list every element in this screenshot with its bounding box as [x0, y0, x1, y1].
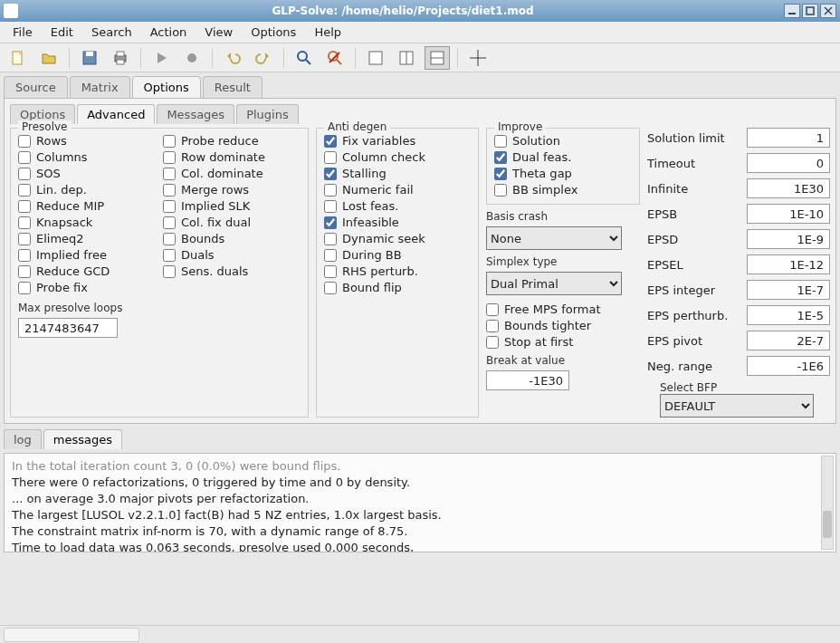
numeric-input-eps-integer[interactable]	[747, 280, 830, 300]
select-bfp-select[interactable]: DEFAULT	[660, 394, 814, 417]
numeric-input-epsd[interactable]	[747, 229, 830, 249]
bottom-tab-messages[interactable]: messages	[43, 429, 122, 449]
run-icon[interactable]	[148, 46, 174, 70]
presolve-col-dominate[interactable]: Col. dominate	[163, 167, 301, 180]
presolve-col-dominate-checkbox[interactable]	[163, 168, 176, 180]
menu-search[interactable]: Search	[84, 24, 139, 41]
numeric-input-epsel[interactable]	[747, 254, 830, 274]
improve-solution-checkbox[interactable]	[494, 135, 507, 148]
open-file-icon[interactable]	[36, 46, 62, 70]
zoom-reset-icon[interactable]	[322, 46, 348, 70]
crosshair-icon[interactable]	[465, 46, 491, 70]
improve-bb-simplex[interactable]: BB simplex	[494, 183, 632, 197]
layout-split-v-icon[interactable]	[394, 46, 419, 70]
antidegen-infeasible[interactable]: Infeasible	[324, 216, 471, 229]
menu-file[interactable]: File	[5, 24, 40, 41]
presolve-columns-checkbox[interactable]	[18, 151, 31, 164]
zoom-in-icon[interactable]	[291, 46, 317, 70]
antidegen-rhs-perturb--checkbox[interactable]	[324, 265, 337, 278]
undo-icon[interactable]	[220, 46, 245, 70]
misc-free-mps-format-checkbox[interactable]	[486, 303, 499, 316]
presolve-col-fix-dual[interactable]: Col. fix dual	[163, 216, 301, 229]
presolve-elimeq2[interactable]: Elimeq2	[18, 232, 156, 245]
misc-free-mps-format[interactable]: Free MPS format	[486, 302, 640, 316]
subtab-plugins[interactable]: Plugins	[236, 104, 299, 124]
layout-single-icon[interactable]	[363, 46, 388, 70]
improve-dual-feas-[interactable]: Dual feas.	[494, 150, 632, 164]
tab-source[interactable]: Source	[4, 76, 68, 98]
presolve-lin-dep-[interactable]: Lin. dep.	[18, 183, 156, 197]
maximize-button[interactable]	[802, 4, 818, 18]
presolve-sens-duals[interactable]: Sens. duals	[163, 264, 301, 278]
antidegen-dynamic-seek[interactable]: Dynamic seek	[324, 232, 471, 245]
presolve-probe-fix[interactable]: Probe fix	[18, 281, 156, 294]
numeric-input-solution-limit[interactable]	[747, 128, 830, 148]
antidegen-stalling[interactable]: Stalling	[324, 167, 471, 180]
improve-solution[interactable]: Solution	[494, 134, 632, 148]
improve-dual-feas--checkbox[interactable]	[494, 151, 507, 164]
presolve-probe-reduce-checkbox[interactable]	[163, 135, 176, 148]
antidegen-bound-flip[interactable]: Bound flip	[324, 281, 471, 294]
presolve-sos[interactable]: SOS	[18, 167, 156, 180]
basis-crash-select[interactable]: None	[486, 226, 622, 250]
presolve-reduce-gcd[interactable]: Reduce GCD	[18, 264, 156, 278]
improve-theta-gap-checkbox[interactable]	[494, 168, 507, 180]
antidegen-lost-feas--checkbox[interactable]	[324, 200, 337, 213]
misc-stop-at-first-checkbox[interactable]	[486, 336, 499, 349]
presolve-knapsack-checkbox[interactable]	[18, 216, 31, 229]
presolve-probe-reduce[interactable]: Probe reduce	[163, 134, 301, 148]
presolve-row-dominate[interactable]: Row dominate	[163, 150, 301, 164]
presolve-sos-checkbox[interactable]	[18, 168, 31, 180]
presolve-duals[interactable]: Duals	[163, 248, 301, 262]
presolve-duals-checkbox[interactable]	[163, 249, 176, 262]
bottom-tab-log[interactable]: log	[4, 429, 42, 449]
menu-edit[interactable]: Edit	[43, 24, 81, 41]
save-icon[interactable]	[77, 46, 102, 70]
antidegen-during-bb-checkbox[interactable]	[324, 249, 337, 262]
presolve-knapsack[interactable]: Knapsack	[18, 216, 156, 229]
subtab-messages[interactable]: Messages	[157, 104, 234, 124]
presolve-implied-free-checkbox[interactable]	[18, 249, 31, 262]
scrollbar-thumb[interactable]	[823, 511, 832, 538]
presolve-implied-slk-checkbox[interactable]	[163, 200, 176, 213]
menu-action[interactable]: Action	[143, 24, 195, 41]
stop-icon[interactable]	[179, 46, 205, 70]
antidegen-lost-feas-[interactable]: Lost feas.	[324, 199, 471, 213]
new-file-icon[interactable]	[5, 46, 31, 70]
messages-scrollbar[interactable]	[821, 456, 834, 550]
tab-matrix[interactable]: Matrix	[70, 76, 130, 98]
presolve-col-fix-dual-checkbox[interactable]	[163, 216, 176, 229]
close-button[interactable]	[820, 4, 836, 18]
break-at-input[interactable]	[486, 370, 569, 390]
tab-options[interactable]: Options	[132, 76, 201, 98]
menu-view[interactable]: View	[197, 24, 240, 41]
presolve-columns[interactable]: Columns	[18, 150, 156, 164]
misc-stop-at-first[interactable]: Stop at first	[486, 335, 640, 349]
presolve-merge-rows[interactable]: Merge rows	[163, 183, 301, 197]
antidegen-during-bb[interactable]: During BB	[324, 248, 471, 262]
antidegen-stalling-checkbox[interactable]	[324, 168, 337, 180]
antidegen-numeric-fail[interactable]: Numeric fail	[324, 183, 471, 197]
numeric-input-neg-range[interactable]	[747, 356, 830, 376]
presolve-bounds[interactable]: Bounds	[163, 232, 301, 245]
antidegen-rhs-perturb-[interactable]: RHS perturb.	[324, 264, 471, 278]
subtab-advanced[interactable]: Advanced	[77, 104, 155, 124]
presolve-sens-duals-checkbox[interactable]	[163, 265, 176, 278]
antidegen-column-check-checkbox[interactable]	[324, 151, 337, 164]
presolve-elimeq2-checkbox[interactable]	[18, 233, 31, 245]
presolve-reduce-mip-checkbox[interactable]	[18, 200, 31, 213]
misc-bounds-tighter[interactable]: Bounds tighter	[486, 319, 640, 332]
antidegen-dynamic-seek-checkbox[interactable]	[324, 233, 337, 245]
menu-help[interactable]: Help	[307, 24, 348, 41]
numeric-input-timeout[interactable]	[747, 153, 830, 173]
improve-theta-gap[interactable]: Theta gap	[494, 167, 632, 180]
presolve-implied-free[interactable]: Implied free	[18, 248, 156, 262]
presolve-reduce-mip[interactable]: Reduce MIP	[18, 199, 156, 213]
antidegen-column-check[interactable]: Column check	[324, 150, 471, 164]
tab-result[interactable]: Result	[203, 76, 262, 98]
numeric-input-infinite[interactable]	[747, 178, 830, 198]
antidegen-fix-variables[interactable]: Fix variables	[324, 134, 471, 148]
antidegen-infeasible-checkbox[interactable]	[324, 216, 337, 229]
improve-bb-simplex-checkbox[interactable]	[494, 184, 507, 197]
antidegen-fix-variables-checkbox[interactable]	[324, 135, 337, 148]
